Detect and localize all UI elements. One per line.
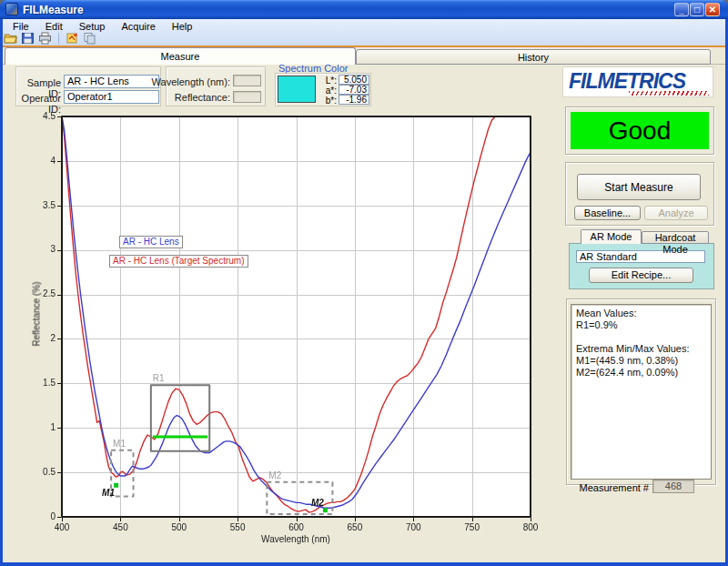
legend-measured: AR - HC Lens [119, 236, 183, 248]
window-title: FILMeasure [23, 4, 84, 16]
baseline-button[interactable]: Baseline... [574, 206, 641, 220]
tab-ar-mode[interactable]: AR Mode [581, 229, 642, 244]
save-icon[interactable] [21, 32, 35, 45]
minimize-button[interactable]: _ [674, 3, 689, 16]
legend-target: AR - HC Lens (Target Spectrum) [109, 255, 248, 268]
menu-acquire[interactable]: Acquire [113, 20, 163, 33]
analyze-button[interactable]: Analyze [644, 206, 708, 220]
close-button[interactable]: ✕ [705, 3, 720, 16]
measurement-number-label: Measurement # [564, 482, 649, 493]
start-measure-button[interactable]: Start Measure [577, 174, 701, 200]
print-icon[interactable] [38, 32, 52, 45]
chart-xlabel: Wavelength (nm) [261, 534, 330, 544]
menu-help[interactable]: Help [164, 20, 201, 33]
toolbar-separator [58, 33, 59, 45]
filmetrics-logo: FILMETRICS [562, 66, 713, 97]
toolbar [4, 31, 96, 45]
tab-hardcoat-mode[interactable]: Hardcoat Mode [642, 231, 709, 244]
status-indicator: Good [571, 112, 709, 149]
logo-hatch-decoration [629, 91, 709, 96]
chart-ylabel: Reflectance (%) [32, 281, 42, 346]
results-text: Mean Values: R1=0.9% Extrema Min/Max Val… [571, 304, 712, 480]
new-baseline-icon[interactable] [66, 32, 79, 45]
filmeasure-window: FILMeasure _ □ ✕ File Edit Setup Acquire… [0, 0, 728, 566]
tab-history[interactable]: History [356, 49, 711, 65]
copy-icon[interactable] [83, 32, 96, 45]
app-icon [5, 3, 18, 15]
open-folder-icon[interactable] [4, 32, 17, 45]
spectrum-chart-canvas[interactable] [7, 68, 553, 560]
tab-measure[interactable]: Measure [5, 47, 356, 65]
title-bar[interactable]: FILMeasure _ □ ✕ [0, 0, 728, 19]
measurement-number-value: 468 [652, 480, 694, 493]
edit-recipe-button[interactable]: Edit Recipe... [589, 268, 693, 283]
maximize-button[interactable]: □ [690, 3, 704, 16]
